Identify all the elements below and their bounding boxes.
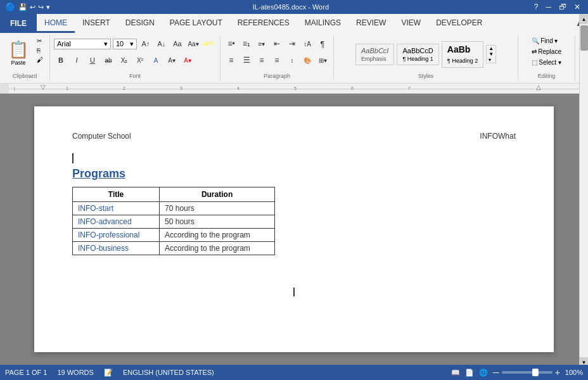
document-page: Computer School INFOWhat Programs Title …	[34, 106, 554, 352]
read-mode-icon[interactable]: 📖	[451, 369, 460, 377]
copy-button[interactable]: ⎘	[34, 46, 46, 54]
help-button[interactable]: ?	[532, 3, 541, 11]
tab-references[interactable]: REFERENCES	[230, 14, 297, 33]
style-heading2[interactable]: AaBb¶ Heading 2	[442, 41, 483, 68]
cut-button[interactable]: ✂	[34, 37, 46, 45]
zoom-slider[interactable]	[502, 371, 553, 374]
text-effects-button[interactable]: A	[149, 53, 163, 67]
table-header-title: Title	[73, 187, 160, 202]
numbering-button[interactable]: ≡₁	[240, 37, 253, 51]
change-case-button[interactable]: Aa▾	[186, 37, 200, 51]
align-left-button[interactable]: ≡	[224, 53, 238, 67]
text-highlight-button[interactable]: A▾	[165, 53, 179, 67]
ribbon-tabs: FILE HOME INSERT DESIGN PAGE LAYOUT REFE…	[0, 14, 588, 33]
ruler-mark-6: 6	[351, 86, 354, 91]
justify-button[interactable]: ≡	[270, 53, 284, 67]
bullets-button[interactable]: ≡•	[224, 37, 238, 51]
right-indent-marker[interactable]: △	[536, 84, 541, 91]
decrease-font-button[interactable]: A↓	[155, 37, 169, 51]
find-button[interactable]: 🔍 Find ▾	[529, 37, 559, 45]
cursor-indicator	[293, 288, 295, 296]
replace-icon: ⇄	[532, 48, 537, 55]
scroll-thumb[interactable]	[580, 25, 588, 51]
window-controls: ? ─ 🗗 ✕	[532, 3, 583, 11]
left-indent-marker[interactable]: ▽	[41, 84, 46, 91]
tab-view[interactable]: VIEW	[393, 14, 428, 33]
scroll-up-button[interactable]: ▲	[580, 14, 589, 24]
styles-scroll-area[interactable]: ▲ ▼ ▾	[486, 45, 496, 63]
underline-button[interactable]: U	[86, 53, 99, 67]
line-spacing-button[interactable]: ↕	[285, 53, 299, 67]
increase-indent-button[interactable]: ⇥	[285, 37, 299, 51]
format-painter-button[interactable]: 🖌	[34, 56, 46, 64]
language: ENGLISH (UNITED STATES)	[123, 369, 214, 376]
multilevel-list-button[interactable]: ≡▾	[255, 37, 269, 51]
ruler-mark-7: 7	[408, 86, 411, 91]
decrease-indent-button[interactable]: ⇤	[270, 37, 284, 51]
show-formatting-button[interactable]: ¶	[316, 37, 329, 51]
web-layout-icon[interactable]: 🌐	[479, 369, 488, 377]
table-cell-title-2: INFO-professional	[73, 229, 160, 242]
table-cell-duration-3: According to the program	[160, 242, 275, 255]
zoom-thumb[interactable]	[532, 369, 539, 376]
ruler-mark-2: 2	[123, 86, 125, 91]
italic-button[interactable]: I	[70, 53, 84, 67]
select-button[interactable]: ⬚ Select ▾	[529, 58, 564, 66]
style-emphasis[interactable]: AaBbCcIEmphasis	[355, 44, 394, 65]
select-icon: ⬚	[532, 59, 537, 66]
shading-button[interactable]: 🎨	[300, 53, 314, 67]
font-name-dropdown-icon: ▾	[104, 40, 108, 48]
font-formatting-row: B I U ab X₂ X² A A▾ A▾	[54, 53, 195, 67]
borders-button[interactable]: ⊞▾	[316, 53, 329, 67]
align-right-button[interactable]: ≡	[255, 53, 269, 67]
superscript-button[interactable]: X²	[133, 53, 147, 67]
subscript-button[interactable]: X₂	[117, 53, 131, 67]
restore-button[interactable]: 🗗	[556, 3, 569, 11]
header-right: INFOWhat	[480, 132, 516, 141]
sort-button[interactable]: ↕A	[300, 37, 314, 51]
font-label: Font	[50, 73, 220, 79]
style-heading1[interactable]: AaBbCcD¶ Heading 1	[397, 44, 438, 65]
programs-title: Programs	[72, 167, 516, 180]
status-bar: PAGE 1 OF 1 19 WORDS 📝 ENGLISH (UNITED S…	[0, 365, 588, 380]
replace-label: Replace	[538, 48, 561, 55]
format-painter-icon: 🖌	[37, 56, 43, 63]
close-button[interactable]: ✕	[572, 3, 583, 11]
tab-page-layout[interactable]: PAGE LAYOUT	[162, 14, 230, 33]
font-color-button[interactable]: A▾	[181, 53, 195, 67]
replace-button[interactable]: ⇄ Replace	[529, 48, 564, 56]
quick-access-redo[interactable]: ↪	[38, 3, 44, 11]
tab-insert[interactable]: INSERT	[75, 14, 118, 33]
minimize-button[interactable]: ─	[543, 3, 554, 11]
paste-button[interactable]: 📋 Paste	[4, 37, 33, 69]
word-icon: 🔵	[5, 2, 16, 12]
tab-design[interactable]: DESIGN	[118, 14, 162, 33]
tab-file[interactable]: FILE	[0, 14, 37, 33]
document-area: Computer School INFOWhat Programs Title …	[0, 94, 588, 365]
tab-developer[interactable]: DEVELOPER	[428, 14, 490, 33]
print-layout-icon[interactable]: 📄	[465, 369, 474, 377]
font-name-selector[interactable]: Arial ▾	[54, 39, 111, 49]
tab-home[interactable]: HOME	[37, 14, 75, 33]
tab-mailings[interactable]: MAILINGS	[297, 14, 348, 33]
tab-review[interactable]: REVIEW	[348, 14, 393, 33]
zoom-plus-button[interactable]: +	[555, 367, 560, 377]
cut-icon: ✂	[37, 37, 42, 44]
spell-check-icon[interactable]: 📝	[104, 369, 113, 377]
zoom-percent[interactable]: 100%	[565, 369, 583, 376]
group-clipboard: 📋 Paste ✂ ⎘ 🖌 Clipboard	[0, 35, 50, 80]
table-cell-title-1: INFO-advanced	[73, 215, 160, 229]
clear-formatting-button[interactable]: Aa	[170, 37, 184, 51]
align-center-button[interactable]: ☰	[240, 53, 253, 67]
cut-copy-format-area: ✂ ⎘ 🖌	[34, 37, 46, 72]
font-size-selector[interactable]: 10 ▾	[113, 39, 137, 49]
quick-access-save[interactable]: 💾	[18, 3, 27, 11]
strikethrough-button[interactable]: ab	[101, 53, 115, 67]
quick-access-undo[interactable]: ↩	[30, 3, 35, 11]
page-header: Computer School INFOWhat	[72, 132, 516, 141]
table-row: INFO-advanced 50 hours	[73, 215, 275, 229]
bold-button[interactable]: B	[54, 53, 68, 67]
zoom-minus-button[interactable]: ─	[493, 367, 499, 377]
increase-font-button[interactable]: A↑	[139, 37, 153, 51]
text-highlight-color-button[interactable]: ab✎	[202, 37, 216, 51]
